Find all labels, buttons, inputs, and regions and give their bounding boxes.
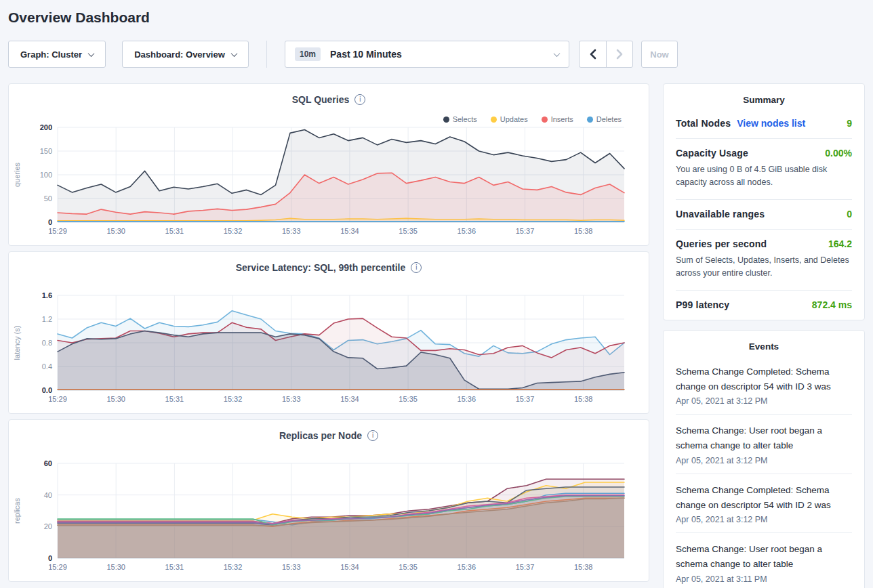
summary-item-label: Unavailable ranges — [676, 209, 765, 219]
svg-text:15:34: 15:34 — [340, 563, 359, 571]
svg-text:15:30: 15:30 — [106, 563, 125, 571]
summary-item: Queries per second164.2Sum of Selects, U… — [676, 230, 852, 291]
event-item: Schema Change Completed: Schema change o… — [676, 356, 852, 415]
svg-text:queries: queries — [13, 162, 21, 187]
svg-text:1.2: 1.2 — [42, 315, 52, 323]
chart-title-text: Replicas per Node — [279, 430, 362, 441]
info-icon[interactable]: i — [354, 94, 365, 105]
svg-text:latency (s): latency (s) — [13, 326, 21, 360]
svg-text:15:33: 15:33 — [282, 227, 301, 235]
sql-queries-chart-card: SQL Queries i SelectsUpdatesInsertsDelet… — [8, 83, 649, 246]
summary-items: Total NodesView nodes list9Capacity Usag… — [676, 109, 852, 320]
events-title: Events — [676, 331, 852, 356]
charts-column: SQL Queries i SelectsUpdatesInsertsDelet… — [8, 83, 649, 582]
summary-item-label: Capacity Usage — [676, 148, 748, 159]
svg-text:15:33: 15:33 — [282, 563, 301, 571]
chevron-left-icon — [589, 49, 597, 60]
svg-text:15:30: 15:30 — [106, 395, 125, 403]
summary-item-description: You are using 0 B of 4.5 GiB usable disk… — [676, 163, 852, 190]
svg-text:15:36: 15:36 — [458, 395, 476, 403]
svg-text:15:36: 15:36 — [458, 227, 476, 235]
summary-item-value: 164.2 — [828, 238, 852, 249]
side-column: Summary Total NodesView nodes list9Capac… — [663, 83, 865, 588]
svg-text:100: 100 — [40, 171, 52, 179]
svg-text:40: 40 — [44, 491, 52, 499]
svg-text:15:37: 15:37 — [516, 395, 535, 403]
svg-text:0: 0 — [48, 554, 52, 562]
svg-text:15:31: 15:31 — [165, 227, 184, 235]
chart-title-text: SQL Queries — [292, 94, 350, 105]
svg-text:15:31: 15:31 — [165, 395, 184, 403]
summary-item: Total NodesView nodes list9 — [676, 109, 852, 139]
svg-text:replicas: replicas — [13, 498, 21, 524]
svg-text:0.8: 0.8 — [42, 339, 52, 347]
event-timestamp: Apr 05, 2021 at 3:12 PM — [676, 456, 852, 465]
time-back-button[interactable] — [580, 41, 606, 67]
svg-text:1.6: 1.6 — [42, 291, 52, 299]
svg-text:150: 150 — [40, 147, 52, 155]
svg-text:0.0: 0.0 — [42, 386, 52, 394]
svg-text:0: 0 — [48, 218, 52, 226]
sql-queries-plot[interactable]: 15:2915:3015:3115:3215:3315:3415:3515:36… — [9, 122, 649, 241]
chart-title: Replicas per Node i — [9, 430, 649, 441]
svg-text:15:38: 15:38 — [574, 227, 593, 235]
svg-text:50: 50 — [44, 194, 52, 203]
event-timestamp: Apr 05, 2021 at 3:12 PM — [676, 396, 852, 406]
svg-text:15:29: 15:29 — [48, 563, 67, 571]
events-items: Schema Change Completed: Schema change o… — [676, 356, 852, 588]
svg-text:15:32: 15:32 — [224, 227, 243, 235]
event-item: Schema Change Completed: Schema change o… — [676, 474, 852, 534]
summary-item: Unavailable ranges0 — [676, 200, 852, 230]
dashboard-dropdown-label: Dashboard: Overview — [134, 49, 225, 60]
summary-item-value: 9 — [847, 118, 852, 129]
summary-item-label: Queries per second — [676, 238, 767, 249]
event-text[interactable]: Schema Change Completed: Schema change o… — [676, 483, 852, 513]
svg-text:15:32: 15:32 — [224, 395, 243, 403]
svg-text:15:38: 15:38 — [574, 563, 593, 571]
view-nodes-list-link[interactable]: View nodes list — [737, 118, 805, 129]
event-timestamp: Apr 05, 2021 at 3:11 PM — [676, 574, 852, 584]
service-latency-plot[interactable]: 15:2915:3015:3115:3215:3315:3415:3515:36… — [9, 290, 649, 409]
svg-text:15:34: 15:34 — [340, 395, 359, 403]
svg-text:0.4: 0.4 — [42, 362, 52, 371]
summary-item-value: 872.4 ms — [812, 299, 852, 310]
chevron-down-icon — [88, 50, 95, 57]
chart-title-text: Service Latency: SQL, 99th percentile — [236, 262, 406, 273]
svg-text:200: 200 — [40, 123, 52, 131]
event-timestamp: Apr 05, 2021 at 3:12 PM — [676, 515, 852, 524]
chevron-down-icon — [230, 50, 237, 57]
summary-item-label: P99 latency — [676, 299, 729, 310]
event-text[interactable]: Schema Change: User root began a schema … — [676, 542, 852, 572]
svg-text:15:32: 15:32 — [224, 563, 243, 571]
graph-dropdown[interactable]: Graph: Cluster — [8, 41, 106, 68]
service-latency-chart-card: Service Latency: SQL, 99th percentile i … — [8, 251, 649, 414]
toolbar: Graph: Cluster Dashboard: Overview 10m P… — [8, 41, 865, 68]
main-content: SQL Queries i SelectsUpdatesInsertsDelet… — [8, 83, 865, 588]
svg-text:15:34: 15:34 — [340, 227, 359, 235]
event-item: Schema Change: User root began a schema … — [676, 533, 852, 588]
event-item: Schema Change: User root began a schema … — [676, 415, 852, 474]
summary-item-value: 0.00% — [825, 148, 852, 159]
chevron-right-icon — [615, 49, 624, 60]
summary-item: P99 latency872.4 ms — [676, 291, 852, 320]
now-button[interactable]: Now — [641, 41, 678, 68]
svg-text:15:38: 15:38 — [574, 395, 593, 403]
svg-text:15:29: 15:29 — [48, 227, 67, 235]
time-nav-group — [579, 41, 633, 68]
page-title: Overview Dashboard — [0, 0, 873, 26]
event-text[interactable]: Schema Change: User root began a schema … — [676, 423, 852, 454]
time-forward-button[interactable] — [606, 41, 632, 67]
replicas-per-node-plot[interactable]: 15:2915:3015:3115:3215:3315:3415:3515:36… — [9, 458, 649, 577]
svg-text:15:30: 15:30 — [106, 227, 125, 235]
toolbar-divider — [266, 41, 267, 68]
event-text[interactable]: Schema Change Completed: Schema change o… — [676, 364, 852, 395]
time-range-select[interactable]: 10m Past 10 Minutes — [285, 41, 569, 68]
svg-text:20: 20 — [44, 522, 52, 530]
time-range-label: Past 10 Minutes — [330, 49, 402, 60]
replicas-per-node-chart-card: Replicas per Node i 15:2915:3015:3115:32… — [8, 419, 649, 582]
svg-text:15:31: 15:31 — [165, 563, 184, 571]
events-panel: Events Schema Change Completed: Schema c… — [663, 330, 865, 588]
info-icon[interactable]: i — [367, 430, 378, 441]
dashboard-dropdown[interactable]: Dashboard: Overview — [122, 41, 249, 68]
info-icon[interactable]: i — [411, 262, 422, 273]
